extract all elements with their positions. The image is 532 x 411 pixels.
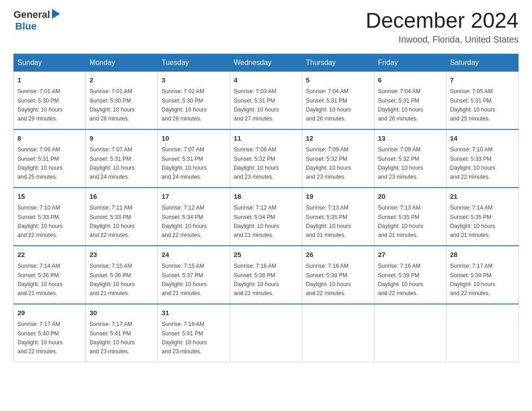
calendar-cell: 6Sunrise: 7:04 AMSunset: 5:31 PMDaylight…: [374, 71, 446, 129]
day-number: 21: [450, 192, 515, 202]
day-number: 16: [90, 192, 154, 202]
day-info: Sunrise: 7:06 AMSunset: 5:31 PMDaylight:…: [17, 146, 63, 180]
logo-general-text: General: [13, 9, 50, 21]
day-info: Sunrise: 7:01 AMSunset: 5:30 PMDaylight:…: [17, 88, 63, 122]
day-number: 27: [378, 250, 442, 260]
day-info: Sunrise: 7:17 AMSunset: 5:39 PMDaylight:…: [450, 263, 495, 296]
day-number: 3: [162, 75, 226, 86]
calendar-cell: 13Sunrise: 7:09 AMSunset: 5:32 PMDayligh…: [374, 129, 446, 188]
weekday-header-row: SundayMondayTuesdayWednesdayThursdayFrid…: [14, 54, 519, 71]
day-number: 20: [378, 192, 442, 202]
day-number: 25: [234, 250, 298, 260]
calendar-cell: [374, 304, 446, 362]
calendar-cell: 2Sunrise: 7:01 AMSunset: 5:30 PMDaylight…: [86, 71, 158, 129]
calendar-cell: 23Sunrise: 7:15 AMSunset: 5:36 PMDayligh…: [86, 246, 158, 304]
day-number: 24: [162, 250, 226, 260]
day-number: 11: [234, 133, 298, 144]
day-number: 1: [17, 75, 82, 86]
calendar-cell: 7Sunrise: 7:05 AMSunset: 5:31 PMDaylight…: [446, 71, 519, 129]
weekday-header-tuesday: Tuesday: [158, 54, 230, 71]
day-info: Sunrise: 7:11 AMSunset: 5:33 PMDaylight:…: [90, 205, 135, 238]
weekday-header-wednesday: Wednesday: [230, 54, 302, 71]
title-area: December 2024 Inwood, Florida, United St…: [365, 9, 519, 45]
week-row-1: 1Sunrise: 7:01 AMSunset: 5:30 PMDaylight…: [14, 71, 519, 129]
day-info: Sunrise: 7:02 AMSunset: 5:30 PMDaylight:…: [162, 88, 207, 122]
calendar-subtitle: Inwood, Florida, United States: [365, 34, 519, 45]
weekday-header-monday: Monday: [86, 54, 158, 71]
day-number: 22: [17, 250, 82, 260]
calendar-cell: 31Sunrise: 7:18 AMSunset: 5:41 PMDayligh…: [158, 304, 230, 362]
calendar-cell: 11Sunrise: 7:08 AMSunset: 5:32 PMDayligh…: [230, 129, 302, 188]
day-number: 19: [306, 192, 370, 202]
weekday-header-friday: Friday: [374, 54, 446, 71]
day-info: Sunrise: 7:16 AMSunset: 5:38 PMDaylight:…: [234, 263, 279, 296]
calendar-cell: 24Sunrise: 7:15 AMSunset: 5:37 PMDayligh…: [158, 246, 230, 304]
week-row-2: 8Sunrise: 7:06 AMSunset: 5:31 PMDaylight…: [14, 129, 519, 188]
day-info: Sunrise: 7:17 AMSunset: 5:41 PMDaylight:…: [90, 321, 135, 355]
day-info: Sunrise: 7:10 AMSunset: 5:33 PMDaylight:…: [450, 146, 495, 180]
calendar-cell: 25Sunrise: 7:16 AMSunset: 5:38 PMDayligh…: [230, 246, 302, 304]
calendar-cell: 20Sunrise: 7:13 AMSunset: 5:35 PMDayligh…: [374, 188, 446, 246]
day-number: 8: [17, 133, 82, 144]
day-info: Sunrise: 7:10 AMSunset: 5:33 PMDaylight:…: [17, 205, 63, 238]
day-number: 28: [450, 250, 515, 260]
day-info: Sunrise: 7:16 AMSunset: 5:38 PMDaylight:…: [306, 263, 351, 296]
logo-blue-text: Blue: [15, 21, 37, 32]
weekday-header-sunday: Sunday: [14, 54, 86, 71]
weekday-header-thursday: Thursday: [302, 54, 374, 71]
day-info: Sunrise: 7:14 AMSunset: 5:35 PMDaylight:…: [450, 205, 495, 238]
calendar-cell: 12Sunrise: 7:09 AMSunset: 5:32 PMDayligh…: [302, 129, 374, 188]
week-row-5: 29Sunrise: 7:17 AMSunset: 5:40 PMDayligh…: [14, 304, 519, 362]
calendar-cell: 29Sunrise: 7:17 AMSunset: 5:40 PMDayligh…: [14, 304, 86, 362]
calendar-cell: 17Sunrise: 7:12 AMSunset: 5:34 PMDayligh…: [158, 188, 230, 246]
day-number: 13: [378, 133, 442, 144]
day-number: 9: [90, 133, 154, 144]
week-row-3: 15Sunrise: 7:10 AMSunset: 5:33 PMDayligh…: [14, 188, 519, 246]
day-number: 10: [162, 133, 226, 144]
day-info: Sunrise: 7:15 AMSunset: 5:37 PMDaylight:…: [162, 263, 207, 296]
day-info: Sunrise: 7:12 AMSunset: 5:34 PMDaylight:…: [162, 205, 207, 238]
day-number: 18: [234, 192, 298, 202]
day-number: 30: [90, 308, 154, 318]
calendar-cell: 9Sunrise: 7:07 AMSunset: 5:31 PMDaylight…: [86, 129, 158, 188]
calendar-cell: 4Sunrise: 7:03 AMSunset: 5:31 PMDaylight…: [230, 71, 302, 129]
day-info: Sunrise: 7:04 AMSunset: 5:31 PMDaylight:…: [378, 88, 423, 122]
calendar-cell: 26Sunrise: 7:16 AMSunset: 5:38 PMDayligh…: [302, 246, 374, 304]
day-info: Sunrise: 7:05 AMSunset: 5:31 PMDaylight:…: [450, 88, 495, 122]
day-number: 29: [17, 308, 82, 318]
day-info: Sunrise: 7:12 AMSunset: 5:34 PMDaylight:…: [234, 205, 279, 238]
calendar-cell: 3Sunrise: 7:02 AMSunset: 5:30 PMDaylight…: [158, 71, 230, 129]
calendar-cell: 30Sunrise: 7:17 AMSunset: 5:41 PMDayligh…: [86, 304, 158, 362]
day-number: 12: [306, 133, 370, 144]
day-info: Sunrise: 7:18 AMSunset: 5:41 PMDaylight:…: [162, 321, 207, 355]
calendar-cell: 14Sunrise: 7:10 AMSunset: 5:33 PMDayligh…: [446, 129, 519, 188]
calendar-cell: 28Sunrise: 7:17 AMSunset: 5:39 PMDayligh…: [446, 246, 519, 304]
day-info: Sunrise: 7:09 AMSunset: 5:32 PMDaylight:…: [306, 146, 351, 180]
weekday-header-saturday: Saturday: [446, 54, 519, 71]
calendar-cell: 18Sunrise: 7:12 AMSunset: 5:34 PMDayligh…: [230, 188, 302, 246]
calendar-cell: 21Sunrise: 7:14 AMSunset: 5:35 PMDayligh…: [446, 188, 519, 246]
day-info: Sunrise: 7:03 AMSunset: 5:31 PMDaylight:…: [234, 88, 279, 122]
day-info: Sunrise: 7:16 AMSunset: 5:39 PMDaylight:…: [378, 263, 423, 296]
day-info: Sunrise: 7:17 AMSunset: 5:40 PMDaylight:…: [17, 321, 63, 355]
svg-marker-0: [52, 9, 60, 19]
day-number: 6: [378, 75, 442, 86]
calendar-cell: 16Sunrise: 7:11 AMSunset: 5:33 PMDayligh…: [86, 188, 158, 246]
day-number: 31: [162, 308, 226, 318]
day-number: 15: [17, 192, 82, 202]
day-info: Sunrise: 7:01 AMSunset: 5:30 PMDaylight:…: [90, 88, 135, 122]
day-info: Sunrise: 7:14 AMSunset: 5:36 PMDaylight:…: [17, 263, 63, 296]
day-number: 14: [450, 133, 515, 144]
day-info: Sunrise: 7:13 AMSunset: 5:35 PMDaylight:…: [378, 205, 423, 238]
calendar-cell: [446, 304, 519, 362]
calendar-table: SundayMondayTuesdayWednesdayThursdayFrid…: [13, 54, 519, 362]
calendar-cell: 10Sunrise: 7:07 AMSunset: 5:31 PMDayligh…: [158, 129, 230, 188]
logo: General Blue: [13, 9, 60, 32]
calendar-cell: [302, 304, 374, 362]
calendar-cell: 8Sunrise: 7:06 AMSunset: 5:31 PMDaylight…: [14, 129, 86, 188]
day-info: Sunrise: 7:15 AMSunset: 5:36 PMDaylight:…: [90, 263, 135, 296]
calendar-cell: 19Sunrise: 7:13 AMSunset: 5:35 PMDayligh…: [302, 188, 374, 246]
day-info: Sunrise: 7:07 AMSunset: 5:31 PMDaylight:…: [162, 146, 207, 180]
calendar-cell: [230, 304, 302, 362]
calendar-cell: 1Sunrise: 7:01 AMSunset: 5:30 PMDaylight…: [14, 71, 86, 129]
